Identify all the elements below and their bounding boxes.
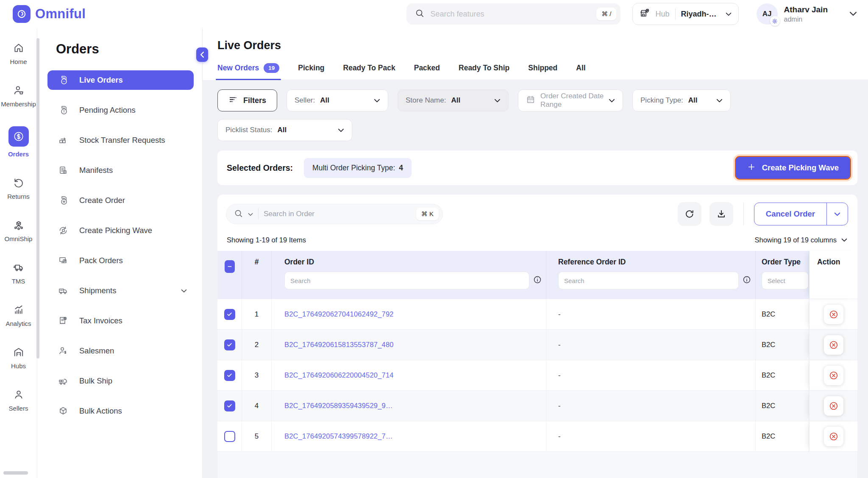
chevron-down-icon — [609, 96, 615, 105]
membership-icon — [13, 84, 24, 97]
sidebar-item-bulk-actions[interactable]: Bulk Actions — [47, 401, 194, 421]
omniship-icon — [13, 219, 24, 231]
select-all-checkbox[interactable] — [225, 260, 235, 273]
pack-orders-icon — [58, 255, 69, 266]
sidebar-title: Orders — [56, 42, 194, 57]
order-id-search-input[interactable] — [284, 272, 529, 289]
table-row: 4 B2C_1764920589359439529_9… - B2C — [217, 390, 857, 421]
search-icon — [415, 8, 424, 19]
divider — [675, 8, 676, 19]
orders-icon — [8, 126, 29, 147]
user-menu[interactable]: AJ Atharv Jain admin — [757, 3, 857, 25]
rail-item-hubs[interactable]: Hubs — [0, 346, 37, 370]
sidebar-item-pack-orders[interactable]: Pack Orders — [47, 251, 194, 270]
tab-shipped[interactable]: Shipped — [528, 63, 557, 80]
order-id-link[interactable]: B2C_1764920606220004520_714 — [284, 371, 394, 379]
rail-item-omniship[interactable]: OmniShip — [0, 219, 37, 242]
tab-all[interactable]: All — [576, 63, 585, 80]
hub-label: Hub — [655, 10, 669, 19]
row-checkbox[interactable] — [224, 400, 235, 411]
tab-ready-to-ship[interactable]: Ready To Ship — [459, 63, 509, 80]
seller-filter[interactable]: Seller: All — [287, 89, 388, 111]
orders-sidebar: Orders Live Orders Pending Actions Stock… — [37, 28, 203, 478]
order-created-date-range-filter[interactable]: Order Created Date Range — [518, 89, 623, 111]
cancel-order-icon-button[interactable] — [824, 366, 843, 385]
rail-item-membership[interactable]: Membership — [0, 84, 37, 108]
rail-item-orders[interactable]: Orders — [0, 126, 37, 158]
vertical-scrollbar-thumb[interactable] — [36, 38, 39, 358]
tab-picking[interactable]: Picking — [298, 63, 324, 80]
chevron-down-icon — [338, 126, 344, 134]
sidebar-collapse-button[interactable] — [196, 47, 208, 62]
download-button[interactable] — [709, 202, 733, 226]
global-search-input[interactable] — [430, 10, 590, 19]
filters-button[interactable]: Filters — [217, 89, 277, 111]
divider — [258, 208, 259, 220]
global-search[interactable]: ⌘ / — [406, 3, 620, 25]
sidebar-item-salesmen[interactable]: Salesmen — [47, 341, 194, 361]
sidebar-item-bulk-ship[interactable]: Bulk Ship — [47, 371, 194, 391]
order-search[interactable]: ⌘ K — [226, 204, 443, 224]
picklist-status-filter[interactable]: Picklist Status: All — [217, 119, 352, 141]
rail-item-analytics[interactable]: Analytics — [0, 303, 37, 327]
sidebar-item-create-picking-wave[interactable]: Create Picking Wave — [47, 221, 194, 240]
order-id-link[interactable]: B2C_1764920627041062492_792 — [284, 310, 394, 318]
row-checkbox[interactable] — [224, 309, 235, 320]
sidebar-item-stock-transfer-requests[interactable]: Stock Transfer Requests — [47, 131, 194, 150]
chevron-down-icon — [716, 96, 723, 105]
picking-type-filter[interactable]: Picking Type: All — [632, 89, 731, 111]
filter-icon — [228, 95, 238, 106]
tab-packed[interactable]: Packed — [414, 63, 440, 80]
rail-item-tms[interactable]: TMS — [0, 261, 37, 285]
divider — [743, 203, 744, 225]
search-scope-chevron-icon[interactable] — [248, 210, 253, 218]
cancel-order-icon-button[interactable] — [824, 335, 843, 355]
order-id-link[interactable]: B2C_1764920574399578922_7… — [284, 432, 393, 440]
cancel-order-dropdown-button[interactable] — [827, 203, 848, 225]
sidebar-item-tax-invoices[interactable]: Tax Invoices — [47, 311, 194, 331]
tab-ready-to-pack[interactable]: Ready To Pack — [343, 63, 395, 80]
row-checkbox[interactable] — [224, 339, 235, 350]
shipments-icon — [58, 285, 69, 296]
rail-item-home[interactable]: Home — [0, 42, 37, 65]
chevron-down-icon — [494, 96, 501, 105]
sidebar-item-manifests[interactable]: Manifests — [47, 161, 194, 180]
hub-value: Riyadh-… — [681, 10, 717, 19]
column-header-num: # — [255, 258, 259, 266]
live-orders-icon — [58, 75, 69, 86]
columns-count-dropdown[interactable]: Showing 19 of 19 columns — [754, 236, 847, 244]
sidebar-item-pending-actions[interactable]: Pending Actions — [47, 100, 194, 120]
plus-icon — [747, 163, 756, 173]
horizontal-scrollbar-thumb[interactable] — [3, 471, 28, 475]
rail-item-sellers[interactable]: Sellers — [0, 388, 37, 412]
cancel-order-button[interactable]: Cancel Order — [754, 203, 826, 225]
sidebar-item-shipments[interactable]: Shipments — [47, 281, 194, 300]
cancel-order-icon-button[interactable] — [824, 305, 843, 324]
table-counts-row: Showing 1-19 of 19 Items Showing 19 of 1… — [217, 236, 857, 244]
cancel-order-icon-button[interactable] — [824, 396, 843, 416]
info-icon[interactable] — [743, 275, 751, 286]
row-checkbox[interactable] — [224, 431, 235, 442]
tab-new-orders[interactable]: New Orders 19 — [217, 63, 279, 80]
store-name-filter[interactable]: Store Name: All — [398, 89, 509, 111]
order-search-input[interactable] — [264, 210, 411, 218]
refresh-button[interactable] — [678, 202, 701, 226]
row-checkbox[interactable] — [224, 370, 235, 381]
sidebar-item-create-order[interactable]: Create Order — [47, 191, 194, 210]
chevron-down-icon — [726, 10, 732, 18]
picking-type-badge: Multi Order Picking Type: 4 — [304, 158, 412, 178]
order-id-link[interactable]: B2C_1764920589359439529_9… — [284, 402, 393, 410]
order-id-link[interactable]: B2C_1764920615813553787_480 — [284, 341, 394, 349]
sidebar-item-live-orders[interactable]: Live Orders — [47, 70, 194, 90]
main-panel: Live Orders New Orders 19 Picking Ready … — [203, 28, 868, 478]
reference-search-input[interactable] — [558, 272, 739, 289]
rail-item-returns[interactable]: Returns — [0, 176, 37, 200]
cancel-order-icon-button[interactable] — [824, 427, 843, 446]
column-header-order-type: Order Type — [762, 258, 801, 266]
order-type-select[interactable] — [762, 272, 809, 289]
page-title: Live Orders — [217, 39, 868, 52]
search-shortcut-hint: ⌘ / — [596, 8, 616, 20]
create-picking-wave-button[interactable]: Create Picking Wave — [735, 156, 851, 180]
info-icon[interactable] — [533, 275, 542, 286]
hub-selector[interactable]: Hub Riyadh-… — [632, 3, 738, 25]
